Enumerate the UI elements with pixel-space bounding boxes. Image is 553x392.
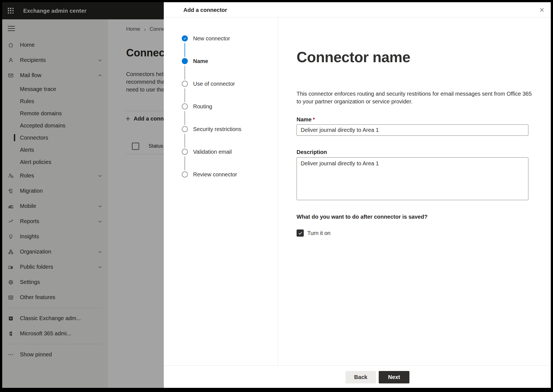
dialog-content: Connector name This connector enforces r… [297, 17, 551, 366]
description-textarea[interactable] [297, 157, 528, 200]
step-label: Routing [193, 103, 212, 109]
step-label: Validation email [193, 149, 232, 155]
close-button[interactable] [536, 4, 547, 15]
connector-description-text: This connector enforces routing and secu… [297, 90, 532, 105]
checked-checkbox-icon[interactable] [297, 229, 304, 237]
dialog-footer: Back Next [164, 365, 551, 388]
step-label: Review connector [193, 171, 237, 177]
required-asterisk: * [313, 116, 315, 122]
turn-it-on-checkbox-row[interactable]: Turn it on [297, 229, 331, 237]
back-button[interactable]: Back [346, 371, 376, 383]
description-line: to your partner organization or service … [297, 98, 532, 106]
step-label: New connector [193, 35, 230, 41]
name-input[interactable] [297, 124, 528, 136]
step-connector-line [185, 43, 185, 57]
step-pending-icon [182, 126, 188, 132]
name-field-label: Name* [297, 116, 315, 123]
close-icon [539, 7, 545, 13]
step-pending-icon [182, 171, 188, 177]
step-pending-icon [182, 149, 188, 155]
step-label: Security restrictions [193, 126, 242, 132]
turn-it-on-label: Turn it on [307, 230, 331, 236]
wizard-steps-panel: New connector Name Use of connector [164, 17, 278, 366]
description-field-label: Description [297, 149, 327, 155]
connector-name-heading: Connector name [297, 49, 410, 66]
after-save-question: What do you want to do after connector i… [297, 214, 427, 220]
step-connector-line [185, 134, 185, 148]
screen: Exchange admin center Home Recipients Ma… [0, 0, 553, 392]
next-button[interactable]: Next [379, 371, 409, 383]
step-connector-line [185, 111, 185, 125]
step-label: Use of connector [193, 81, 235, 87]
step-current-icon [182, 58, 188, 64]
add-connector-dialog: Add a connector New connector [164, 2, 551, 388]
exchange-admin-center-window: Exchange admin center Home Recipients Ma… [2, 2, 551, 388]
step-label: Name [193, 58, 208, 64]
step-connector-line [185, 88, 185, 102]
check-icon [298, 231, 303, 236]
step-completed-icon [182, 35, 188, 41]
dialog-title: Add a connector [183, 7, 227, 13]
check-icon [183, 36, 187, 40]
name-label-text: Name [297, 116, 311, 122]
step-pending-icon [182, 103, 188, 109]
step-connector-line [185, 66, 185, 80]
description-line: This connector enforces routing and secu… [297, 90, 532, 98]
step-pending-icon [182, 81, 188, 87]
dialog-header: Add a connector [164, 2, 551, 17]
step-connector-line [185, 156, 185, 170]
